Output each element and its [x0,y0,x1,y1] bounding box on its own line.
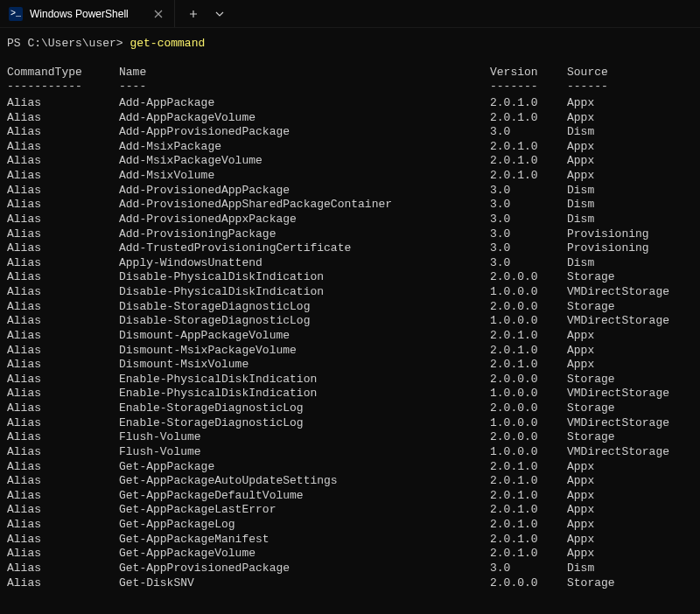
cell-name: Dismount-AppPackageVolume [119,329,490,344]
table-row: AliasAdd-ProvisionedAppxPackage3.0Dism [7,213,693,227]
cell-version: 3.0 [490,184,567,199]
table-row: AliasDismount-MsixPackageVolume2.0.1.0Ap… [7,344,693,359]
cell-commandtype: Alias [7,387,119,401]
cell-name: Flush-Volume [119,445,490,460]
terminal-output[interactable]: PS C:\Users\user> get-command CommandTyp… [0,28,700,599]
cell-source: Appx [567,503,693,518]
cell-source: Storage [567,373,693,387]
cell-commandtype: Alias [7,300,119,315]
table-row: AliasGet-AppProvisionedPackage3.0Dism [7,562,693,576]
cell-name: Get-DiskSNV [119,576,490,591]
cell-version: 2.0.0.0 [490,576,567,591]
cell-name: Get-AppPackageDefaultVolume [119,489,490,504]
cell-commandtype: Alias [7,285,119,300]
cell-source: Appx [567,547,693,562]
cell-commandtype: Alias [7,401,119,416]
cell-name: Disable-PhysicalDiskIndication [119,285,490,300]
cell-version: 2.0.1.0 [490,547,567,562]
cell-version: 2.0.1.0 [490,503,567,518]
divider-name: ---- [119,80,490,94]
cell-name: Add-ProvisioningPackage [119,227,490,242]
prompt-text: PS C:\Users\user> [7,37,130,50]
table-row: AliasEnable-PhysicalDiskIndication2.0.0.… [7,373,693,387]
tab-powershell[interactable]: >_ Windows PowerShell [0,0,175,27]
cell-version: 3.0 [490,213,567,227]
divider-commandtype: ----------- [7,80,119,94]
cell-source: Dism [567,213,693,227]
cell-source: Appx [567,460,693,475]
cell-commandtype: Alias [7,358,119,373]
cell-commandtype: Alias [7,445,119,460]
cell-version: 2.0.0.0 [490,401,567,416]
cell-name: Dismount-MsixVolume [119,358,490,373]
cell-name: Get-AppPackageVolume [119,547,490,562]
cell-version: 3.0 [490,562,567,576]
table-row: AliasApply-WindowsUnattend3.0Dism [7,256,693,271]
cell-name: Enable-StorageDiagnosticLog [119,401,490,416]
cell-commandtype: Alias [7,227,119,242]
table-row: AliasDismount-AppPackageVolume2.0.1.0App… [7,329,693,344]
cell-version: 2.0.1.0 [490,533,567,548]
cell-source: Storage [567,430,693,445]
table-row: AliasGet-AppPackageDefaultVolume2.0.1.0A… [7,489,693,504]
new-tab-button[interactable] [180,0,206,28]
cell-commandtype: Alias [7,270,119,285]
cell-name: Get-AppProvisionedPackage [119,562,490,576]
cell-name: Disable-StorageDiagnosticLog [119,300,490,315]
table-row: AliasAdd-ProvisioningPackage3.0Provision… [7,227,693,242]
table-row: AliasAdd-ProvisionedAppSharedPackageCont… [7,198,693,213]
cell-version: 2.0.1.0 [490,140,567,155]
cell-version: 1.0.0.0 [490,445,567,460]
table-row: AliasGet-AppPackageLastError2.0.1.0Appx [7,503,693,518]
cell-version: 3.0 [490,125,567,140]
cell-commandtype: Alias [7,241,119,256]
tab-controls [175,0,233,27]
cell-commandtype: Alias [7,125,119,140]
table-row: AliasAdd-ProvisionedAppPackage3.0Dism [7,184,693,199]
tab-dropdown-button[interactable] [206,0,233,28]
table-row: AliasAdd-AppPackageVolume2.0.1.0Appx [7,111,693,126]
cell-name: Add-TrustedProvisioningCertificate [119,241,490,256]
cell-version: 2.0.1.0 [490,460,567,475]
cell-commandtype: Alias [7,430,119,445]
cell-name: Add-AppPackage [119,96,490,111]
cell-source: VMDirectStorage [567,416,693,431]
output-header: CommandType Name Version Source [7,66,693,80]
divider-source: ------ [567,80,693,94]
close-icon[interactable] [151,7,165,21]
cell-commandtype: Alias [7,96,119,111]
cell-source: Appx [567,329,693,344]
cell-version: 3.0 [490,241,567,256]
table-row: AliasAdd-AppPackage2.0.1.0Appx [7,96,693,111]
divider-version: ------- [490,80,567,94]
cell-source: Appx [567,96,693,111]
cell-commandtype: Alias [7,460,119,475]
cell-version: 2.0.1.0 [490,344,567,359]
cell-source: Dism [567,256,693,271]
cell-version: 2.0.1.0 [490,518,567,533]
cell-name: Get-AppPackageLog [119,518,490,533]
cell-name: Enable-StorageDiagnosticLog [119,416,490,431]
table-row: AliasGet-AppPackageVolume2.0.1.0Appx [7,547,693,562]
cell-source: Appx [567,358,693,373]
table-row: AliasGet-AppPackageAutoUpdateSettings2.0… [7,474,693,489]
cell-commandtype: Alias [7,518,119,533]
table-row: AliasEnable-StorageDiagnosticLog1.0.0.0V… [7,416,693,431]
table-row: AliasAdd-MsixPackage2.0.1.0Appx [7,140,693,155]
cell-name: Apply-WindowsUnattend [119,256,490,271]
cell-source: Provisioning [567,241,693,256]
table-row: AliasGet-AppPackageLog2.0.1.0Appx [7,518,693,533]
cell-commandtype: Alias [7,198,119,213]
cell-source: Storage [567,401,693,416]
table-row: AliasDisable-PhysicalDiskIndication1.0.0… [7,285,693,300]
header-version: Version [490,66,567,80]
cell-commandtype: Alias [7,547,119,562]
command-text: get-command [130,37,205,50]
cell-source: Storage [567,270,693,285]
table-row: AliasEnable-PhysicalDiskIndication1.0.0.… [7,387,693,401]
header-name: Name [119,66,490,80]
cell-name: Dismount-MsixPackageVolume [119,344,490,359]
cell-version: 2.0.1.0 [490,111,567,126]
cell-name: Get-AppPackageLastError [119,503,490,518]
cell-version: 2.0.1.0 [490,358,567,373]
